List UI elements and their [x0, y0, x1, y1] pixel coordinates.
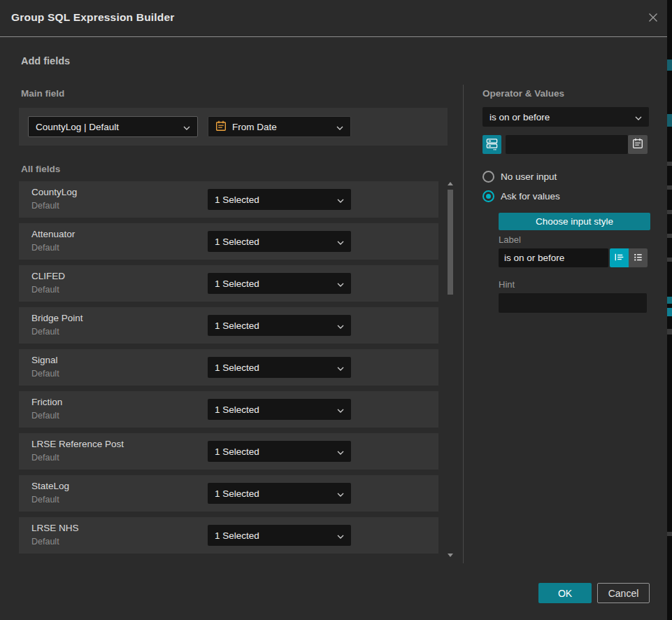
- chevron-down-icon: [337, 320, 344, 331]
- operator-dropdown[interactable]: is on or before: [482, 107, 649, 127]
- hint-input[interactable]: [499, 293, 647, 313]
- all-fields-heading: All fields: [21, 164, 60, 174]
- single-line-input-style-button[interactable]: [610, 248, 629, 267]
- unique-values-button[interactable]: [482, 135, 501, 154]
- background-app-edge-segment: [667, 162, 672, 166]
- field-selected-dropdown[interactable]: 1 Selected: [208, 525, 351, 546]
- main-layer-dropdown[interactable]: CountyLog | Default: [28, 116, 198, 137]
- field-name: LRSE NHS: [31, 523, 79, 533]
- field-selected-dropdown[interactable]: 1 Selected: [208, 315, 351, 336]
- field-selected-dropdown[interactable]: 1 Selected: [208, 189, 351, 210]
- add-fields-heading: Add fields: [21, 55, 70, 66]
- field-row: Bridge Point Default 1 Selected: [19, 307, 438, 344]
- radio-circle-selected-icon: [482, 190, 494, 202]
- close-button[interactable]: [645, 10, 661, 26]
- background-app-edge-segment: [667, 185, 672, 190]
- field-name: Attenuator: [31, 229, 75, 239]
- field-row: LRSE Reference Post Default 1 Selected: [19, 433, 438, 470]
- chevron-down-icon: [337, 488, 344, 499]
- field-row: StateLog Default 1 Selected: [19, 475, 438, 512]
- field-selected-value: 1 Selected: [215, 237, 331, 247]
- main-layer-value: CountyLog | Default: [36, 122, 178, 132]
- bulleted-list-icon: [632, 251, 644, 265]
- list-input-style-button[interactable]: [629, 248, 648, 267]
- field-selected-dropdown[interactable]: 1 Selected: [208, 483, 351, 504]
- ok-button[interactable]: OK: [538, 583, 592, 603]
- group-sql-expression-builder-dialog: Group SQL Expression Builder Add fields …: [0, 0, 672, 620]
- choose-input-style-button[interactable]: Choose input style: [499, 213, 650, 230]
- field-row: Attenuator Default 1 Selected: [19, 223, 438, 260]
- field-selected-value: 1 Selected: [215, 279, 331, 289]
- field-selected-dropdown[interactable]: 1 Selected: [208, 357, 351, 378]
- main-field-heading: Main field: [21, 88, 64, 99]
- list-scrollbar: [446, 181, 455, 558]
- operator-values-heading: Operator & Values: [482, 88, 564, 99]
- radio-no-user-input[interactable]: No user input: [482, 171, 557, 183]
- field-selected-dropdown[interactable]: 1 Selected: [208, 231, 351, 252]
- dialog-title: Group SQL Expression Builder: [11, 11, 175, 24]
- field-name: LRSE Reference Post: [31, 439, 124, 449]
- field-name: CountyLog: [31, 187, 77, 197]
- align-left-icon: [613, 251, 625, 265]
- title-bar: Group SQL Expression Builder: [0, 0, 667, 37]
- chevron-down-icon: [337, 195, 344, 205]
- field-name: StateLog: [31, 481, 69, 491]
- field-name: CLIFED: [31, 271, 65, 281]
- field-type: Default: [31, 369, 59, 379]
- label-input[interactable]: [499, 248, 608, 267]
- radio-ask-for-values-label: Ask for values: [501, 191, 560, 202]
- field-row: Signal Default 1 Selected: [19, 349, 438, 386]
- field-name: Bridge Point: [31, 313, 83, 323]
- chevron-down-icon: [337, 446, 344, 457]
- chevron-down-icon: [337, 237, 344, 247]
- background-app-edge-segment: [667, 210, 672, 214]
- field-selected-value: 1 Selected: [215, 446, 331, 457]
- field-selected-dropdown[interactable]: 1 Selected: [208, 273, 351, 294]
- field-row: CountyLog Default 1 Selected: [19, 181, 438, 218]
- main-field-box: CountyLog | Default From Date: [19, 108, 448, 146]
- background-app-edge-segment: [667, 532, 672, 536]
- background-app-edge: [667, 0, 672, 620]
- background-app-edge-segment: [667, 59, 672, 71]
- field-type: Default: [31, 243, 59, 253]
- field-selected-value: 1 Selected: [215, 488, 331, 499]
- radio-ask-for-values[interactable]: Ask for values: [482, 190, 560, 202]
- date-value-input[interactable]: [506, 135, 628, 154]
- field-name: Signal: [31, 355, 58, 365]
- cancel-button[interactable]: Cancel: [597, 583, 650, 603]
- operator-value: is on or before: [489, 112, 629, 122]
- close-icon: [646, 10, 660, 27]
- field-row: Friction Default 1 Selected: [19, 391, 438, 428]
- field-type: Default: [31, 495, 59, 505]
- scrollbar-up-arrow-icon[interactable]: [448, 182, 453, 185]
- field-row: CLIFED Default 1 Selected: [19, 265, 438, 302]
- background-app-edge-segment: [667, 114, 672, 127]
- radio-no-user-input-label: No user input: [501, 171, 557, 182]
- scrollbar-thumb[interactable]: [448, 190, 453, 295]
- background-app-edge-segment: [667, 308, 672, 316]
- field-selected-value: 1 Selected: [215, 404, 331, 415]
- hint-caption: Hint: [499, 279, 515, 290]
- chevron-down-icon: [337, 404, 344, 415]
- field-type: Default: [31, 411, 59, 421]
- chevron-down-icon: [337, 530, 344, 541]
- field-type: Default: [31, 201, 59, 211]
- chevron-down-icon: [337, 362, 344, 373]
- main-field-value: From Date: [232, 122, 331, 132]
- date-picker-button[interactable]: [628, 135, 648, 154]
- main-field-dropdown[interactable]: From Date: [208, 116, 351, 137]
- field-type: Default: [31, 285, 59, 295]
- background-app-edge-segment: [667, 258, 672, 262]
- calendar-date-field-icon: [215, 120, 227, 134]
- field-type: Default: [31, 453, 59, 463]
- field-name: Friction: [31, 397, 62, 407]
- all-fields-list: CountyLog Default 1 Selected Attenuator …: [19, 181, 438, 554]
- chevron-down-icon: [336, 122, 343, 132]
- background-app-edge-segment: [667, 329, 672, 334]
- radio-circle-icon: [482, 171, 494, 183]
- scrollbar-down-arrow-icon[interactable]: [448, 554, 453, 557]
- field-selected-dropdown[interactable]: 1 Selected: [208, 399, 351, 420]
- panel-divider: [463, 85, 464, 563]
- field-selected-dropdown[interactable]: 1 Selected: [208, 441, 351, 462]
- chevron-down-icon: [635, 112, 642, 122]
